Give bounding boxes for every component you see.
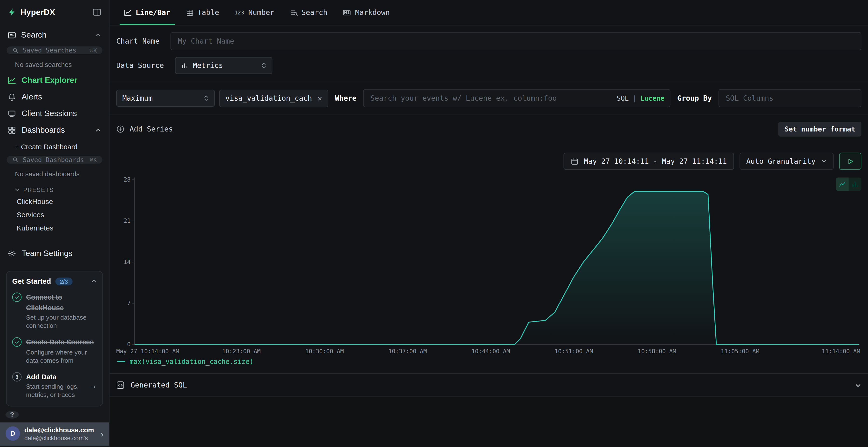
chart-area: 07142128May 27 10:14:00 AM10:23:00 AM10:… — [116, 174, 861, 372]
no-saved-dashboards-note: No saved dashboards — [0, 167, 109, 181]
create-dashboard-button[interactable]: + Create Dashboard — [0, 138, 109, 154]
tab-label: Search — [301, 8, 328, 16]
saved-dashboards-placeholder: Saved Dashboards — [23, 156, 84, 164]
add-series-button[interactable]: Add Series — [116, 125, 173, 133]
sidebar-item-chart-explorer[interactable]: Chart Explorer — [0, 72, 109, 89]
group-by-input[interactable] — [718, 89, 861, 107]
hyperdx-logo[interactable]: HyperDX — [8, 8, 55, 16]
code-icon — [116, 381, 124, 389]
get-started-step-connect[interactable]: Connect to ClickHouse Set up your databa… — [12, 292, 97, 330]
query-language-toggle: SQL | Lucene — [617, 94, 664, 102]
tab-markdown[interactable]: Markdown — [335, 0, 398, 25]
shortcut-badge: ⌘K — [90, 157, 97, 163]
sidebar-item-alerts[interactable]: Alerts — [0, 89, 109, 105]
timeseries-chart[interactable]: 07142128May 27 10:14:00 AM10:23:00 AM10:… — [116, 174, 860, 354]
saved-searches-input[interactable]: Saved Searches ⌘K — [7, 46, 102, 54]
plus-circle-icon — [116, 125, 124, 133]
y-tick-label: 28 — [124, 176, 131, 183]
line-chart-toggle-button[interactable] — [836, 177, 849, 191]
help-button[interactable]: ? — [5, 411, 19, 419]
check-circle-icon — [12, 337, 22, 347]
preset-services[interactable]: Services — [0, 209, 109, 222]
chart-type-tabbar: Line/Bar Table 123 Number Search Markdow… — [110, 0, 868, 26]
preset-clickhouse[interactable]: ClickHouse — [0, 195, 109, 208]
user-menu[interactable]: D dale@clickhouse.com dale@clickhouse.co… — [0, 422, 109, 445]
chart-toolbar: May 27 10:14:11 - May 27 11:14:11 Auto G… — [110, 144, 868, 172]
group-by-label: Group By — [675, 94, 714, 102]
bell-icon — [8, 93, 16, 101]
sidebar-item-dashboards[interactable]: Dashboards — [0, 122, 109, 138]
sidebar-item-label: Client Sessions — [22, 109, 77, 118]
chart-name-input[interactable] — [171, 32, 862, 50]
chart-legend: max(visa_validation_cache.size) — [116, 354, 861, 372]
generated-sql-label: Generated SQL — [131, 381, 187, 389]
shortcut-badge: ⌘K — [90, 47, 97, 54]
step-title: Add Data — [26, 373, 56, 381]
run-query-button[interactable] — [839, 153, 862, 170]
grid-icon — [8, 126, 16, 134]
sidebar-item-label: Alerts — [22, 92, 42, 101]
tab-table[interactable]: Table — [178, 0, 227, 25]
sidebar-item-team-settings[interactable]: Team Settings — [0, 245, 109, 262]
lucene-toggle[interactable]: Lucene — [641, 94, 664, 102]
close-icon[interactable]: × — [317, 94, 322, 102]
tab-search[interactable]: Search — [282, 0, 335, 25]
chevron-down-icon — [855, 382, 862, 388]
chevron-down-icon — [821, 158, 827, 164]
tab-line-bar[interactable]: Line/Bar — [116, 0, 178, 25]
step-desc: Configure where your data comes from — [26, 348, 97, 365]
chevron-up-icon[interactable] — [95, 32, 101, 38]
sidebar-item-client-sessions[interactable]: Client Sessions — [0, 105, 109, 122]
preset-kubernetes[interactable]: Kubernetes — [0, 222, 109, 235]
line-chart-icon — [839, 181, 846, 188]
chevron-up-icon[interactable] — [91, 278, 97, 284]
chart-display-toggle — [836, 177, 862, 191]
presets-header[interactable]: PRESETS — [0, 181, 109, 195]
series-line — [134, 192, 859, 344]
avatar: D — [5, 426, 20, 441]
gear-icon — [8, 249, 16, 257]
search-section-header[interactable]: Search — [0, 23, 109, 45]
series-area — [134, 192, 859, 344]
presets-label: PRESETS — [23, 186, 54, 193]
y-tick-label: 14 — [124, 259, 131, 265]
x-tick-label: 10:51:00 AM — [555, 348, 593, 354]
table-icon — [186, 9, 194, 16]
bar-chart-toggle-button[interactable] — [849, 177, 862, 191]
data-source-row: Data Source Metrics — [110, 53, 868, 82]
granularity-value: Auto Granularity — [746, 157, 816, 165]
chart-name-label: Chart Name — [116, 37, 160, 45]
x-tick-label: 10:58:00 AM — [638, 348, 676, 354]
get-started-card: Get Started 2/3 Connect to ClickHouse Se… — [6, 271, 103, 407]
toggle-separator: | — [633, 94, 637, 102]
chart-name-row: Chart Name — [110, 26, 868, 53]
date-range-picker[interactable]: May 27 10:14:11 - May 27 11:14:11 — [563, 153, 734, 170]
chevron-up-icon[interactable] — [95, 127, 101, 133]
data-source-select[interactable]: Metrics — [175, 57, 273, 74]
aggregation-select[interactable]: Maximum — [116, 90, 215, 107]
saved-dashboards-input[interactable]: Saved Dashboards ⌘K — [7, 156, 102, 164]
sql-toggle[interactable]: SQL — [617, 94, 629, 102]
get-started-header[interactable]: Get Started 2/3 — [12, 277, 97, 285]
user-email: dale@clickhouse.com — [24, 426, 94, 434]
monitor-icon — [8, 109, 16, 117]
line-chart-icon — [124, 9, 132, 16]
generated-sql-toggle[interactable]: Generated SQL — [110, 373, 868, 397]
get-started-step-sources[interactable]: Create Data Sources Configure where your… — [12, 337, 97, 365]
select-chevrons-icon — [261, 62, 267, 69]
magnifier-icon — [12, 47, 19, 54]
y-tick-label: 0 — [127, 341, 131, 348]
granularity-select[interactable]: Auto Granularity — [740, 153, 834, 170]
tab-label: Number — [248, 8, 274, 16]
x-tick-label: 10:37:00 AM — [389, 348, 427, 354]
sidebar-item-label: Team Settings — [22, 249, 72, 258]
get-started-step-add-data[interactable]: 3 Add Data Start sending logs, metrics, … — [12, 371, 97, 399]
tab-number[interactable]: 123 Number — [227, 0, 282, 25]
set-number-format-button[interactable]: Set number format — [778, 122, 861, 137]
play-icon — [846, 157, 854, 165]
add-series-label: Add Series — [129, 125, 173, 133]
legend-series-label: max(visa_validation_cache.size) — [129, 358, 253, 365]
calendar-icon — [570, 157, 578, 165]
metric-tag[interactable]: visa_validation_cach × — [219, 89, 328, 107]
sidebar-collapse-icon[interactable] — [92, 8, 101, 16]
